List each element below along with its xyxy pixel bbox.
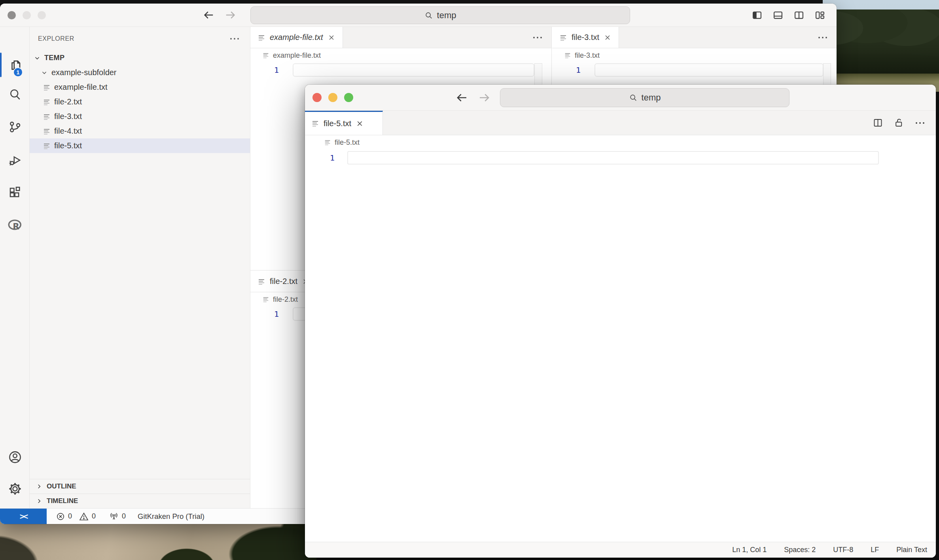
- tree-item-label: file-4.txt: [54, 127, 82, 136]
- tree-root-temp[interactable]: TEMP: [30, 51, 250, 65]
- titlebar[interactable]: temp: [0, 4, 837, 27]
- tab-example-file[interactable]: example-file.txt: [250, 27, 343, 48]
- breadcrumb-label: example-file.txt: [273, 51, 321, 60]
- back-arrow-icon[interactable]: [203, 9, 214, 21]
- close-window-button[interactable]: [8, 11, 16, 19]
- close-window-button[interactable]: [312, 93, 322, 102]
- text-file-icon: [43, 142, 51, 150]
- more-actions-icon[interactable]: [818, 27, 837, 48]
- accounts-icon: [8, 450, 23, 465]
- encoding-status[interactable]: UTF-8: [833, 546, 853, 554]
- line-number: 1: [250, 309, 279, 319]
- zoom-window-button[interactable]: [344, 93, 353, 102]
- problems-status[interactable]: 0 0: [56, 512, 96, 521]
- back-arrow-icon[interactable]: [455, 91, 468, 104]
- sidebar-item-run-debug[interactable]: [0, 148, 30, 172]
- section-outline[interactable]: OUTLINE: [30, 479, 250, 494]
- more-actions-icon[interactable]: [532, 27, 551, 48]
- current-line-highlight: [347, 151, 879, 165]
- toggle-panel-icon[interactable]: [772, 10, 784, 21]
- gitkraken-status[interactable]: GitKraken Pro (Trial): [138, 512, 204, 521]
- zoom-window-button[interactable]: [38, 11, 46, 19]
- forward-arrow-icon[interactable]: [478, 91, 491, 104]
- tab-label: file-2.txt: [270, 277, 297, 286]
- editor-line-1[interactable]: 1: [305, 150, 936, 165]
- r-language-icon: R: [7, 218, 23, 232]
- text-file-icon: [43, 83, 51, 91]
- line-number: 1: [250, 65, 279, 75]
- tab-file-5[interactable]: file-5.txt: [305, 111, 383, 135]
- breadcrumb[interactable]: file-3.txt: [552, 48, 837, 62]
- close-icon[interactable]: [356, 119, 364, 128]
- editor-line-1[interactable]: 1: [250, 62, 551, 78]
- ports-status[interactable]: 0: [109, 512, 126, 521]
- tree-item-file-5[interactable]: file-5.txt: [30, 138, 250, 153]
- remote-indicator[interactable]: ><: [0, 509, 47, 524]
- settings-button[interactable]: [0, 477, 30, 501]
- vscode-window-foreground: temp file-5.txt: [305, 85, 936, 558]
- chevron-down-icon: [34, 55, 41, 62]
- breadcrumb[interactable]: file-5.txt: [305, 136, 936, 149]
- search-value: temp: [642, 93, 661, 103]
- text-file-icon: [324, 139, 331, 146]
- tab-bar: example-file.txt: [250, 27, 551, 48]
- desktop: temp: [0, 0, 939, 560]
- tree-item-file-3[interactable]: file-3.txt: [30, 109, 250, 124]
- sidebar-item-extensions[interactable]: [0, 180, 30, 205]
- minimize-window-button[interactable]: [23, 11, 31, 19]
- search-icon: [424, 11, 433, 20]
- breadcrumb-label: file-5.txt: [335, 138, 360, 147]
- error-count: 0: [68, 512, 72, 520]
- split-editor-icon[interactable]: [873, 117, 883, 128]
- window-controls: [8, 4, 46, 26]
- section-timeline[interactable]: TIMELINE: [30, 494, 250, 508]
- tab-label: file-5.txt: [324, 119, 351, 128]
- tree-item-example-subfolder[interactable]: example-subfolder: [30, 65, 250, 80]
- cursor-position-status[interactable]: Ln 1, Col 1: [732, 546, 767, 554]
- forward-arrow-icon[interactable]: [225, 9, 237, 21]
- breadcrumb[interactable]: example-file.txt: [250, 48, 551, 62]
- editor-line-1[interactable]: 1: [552, 62, 837, 78]
- indentation-status[interactable]: Spaces: 2: [784, 546, 816, 554]
- close-icon[interactable]: [604, 34, 611, 42]
- chevron-right-icon: [36, 498, 43, 505]
- toggle-primary-sidebar-icon[interactable]: [752, 10, 763, 21]
- line-number: 1: [305, 153, 335, 163]
- text-file-icon: [262, 52, 269, 59]
- ports-count: 0: [122, 512, 126, 520]
- close-icon[interactable]: [328, 34, 335, 42]
- tree-item-label: file-5.txt: [54, 141, 82, 150]
- command-center-search[interactable]: temp: [500, 88, 789, 107]
- tree-item-file-4[interactable]: file-4.txt: [30, 124, 250, 138]
- warning-count: 0: [92, 512, 96, 520]
- search-icon: [8, 87, 22, 102]
- sidebar-item-r-language[interactable]: R: [0, 213, 30, 237]
- section-label: OUTLINE: [47, 482, 76, 490]
- toggle-secondary-sidebar-icon[interactable]: [793, 10, 805, 21]
- language-mode-status[interactable]: Plain Text: [896, 546, 927, 554]
- eol-status[interactable]: LF: [871, 546, 879, 554]
- tree-item-label: file-2.txt: [54, 97, 82, 106]
- warning-icon: [79, 512, 89, 521]
- tree-item-label: file-3.txt: [54, 112, 82, 121]
- sidebar-item-source-control[interactable]: [0, 115, 30, 139]
- explorer-more-actions-icon[interactable]: [229, 36, 240, 42]
- minimize-window-button[interactable]: [328, 93, 337, 102]
- more-actions-icon[interactable]: [914, 120, 926, 126]
- unlock-icon[interactable]: [894, 117, 904, 128]
- run-debug-icon: [8, 153, 22, 167]
- svg-text:R: R: [13, 221, 19, 231]
- command-center-search[interactable]: temp: [250, 6, 630, 24]
- customize-layout-icon[interactable]: [814, 10, 825, 21]
- tree-item-example-file[interactable]: example-file.txt: [30, 80, 250, 95]
- accounts-button[interactable]: [0, 445, 30, 469]
- text-file-icon: [564, 52, 571, 59]
- tree-item-file-2[interactable]: file-2.txt: [30, 95, 250, 109]
- tab-file-3[interactable]: file-3.txt: [552, 27, 619, 48]
- text-file-icon: [311, 119, 319, 127]
- titlebar[interactable]: temp: [305, 85, 936, 111]
- explorer-badge: 1: [13, 67, 23, 77]
- sidebar-item-search[interactable]: [0, 82, 30, 107]
- tree-item-label: example-file.txt: [54, 83, 108, 92]
- sidebar-title: EXPLORER: [30, 27, 250, 51]
